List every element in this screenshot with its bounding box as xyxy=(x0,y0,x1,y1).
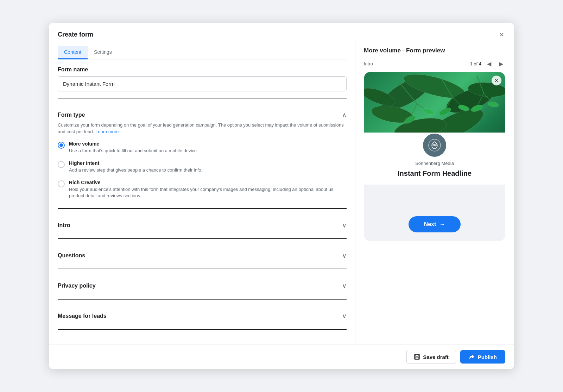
radio-item-higher-intent[interactable]: Higher intent Add a review step that giv… xyxy=(58,160,347,173)
collapsible-sections: Intro ∨ Questions ∨ Privacy policy ∨ xyxy=(58,215,347,336)
collapsible-intro[interactable]: Intro ∨ xyxy=(58,215,347,232)
form-type-radio-group: More volume Use a form that's quick to f… xyxy=(58,141,347,199)
preview-close-button[interactable]: ✕ xyxy=(492,76,501,85)
svg-point-24 xyxy=(434,144,436,146)
radio-more-volume-desc: Use a form that's quick to fill out and … xyxy=(69,148,198,154)
brand-logo xyxy=(422,133,447,158)
modal-body: Content Settings Form name Form type ∧ C… xyxy=(49,40,514,345)
radio-higher-intent-desc: Add a review step that gives people a ch… xyxy=(69,167,202,173)
preview-phone: ✕ Sonnenberg Media Instant Fo xyxy=(364,72,505,241)
radio-rich-creative-desc: Hold your audience's attention with this… xyxy=(69,186,347,199)
radio-item-more-volume[interactable]: More volume Use a form that's quick to f… xyxy=(58,141,347,154)
divider-form-name xyxy=(58,98,347,98)
preview-next-arrow[interactable]: ▶ xyxy=(497,60,505,68)
collapsible-message-for-leads[interactable]: Message for leads ∨ xyxy=(58,306,347,323)
modal-header: Create form × xyxy=(49,23,514,40)
brand-logo-icon xyxy=(428,139,441,152)
intro-label: Intro xyxy=(58,222,70,229)
preview-page-indicator: 1 of 4 xyxy=(470,61,481,66)
divider-message-for-leads xyxy=(58,329,347,330)
form-type-description: Customize your form depending on the goa… xyxy=(58,122,347,135)
preview-prev-arrow[interactable]: ◀ xyxy=(485,60,493,68)
preview-nav-label: Intro xyxy=(364,61,373,66)
radio-rich-creative-content: Rich Creative Hold your audience's atten… xyxy=(69,180,347,199)
radio-higher-intent[interactable] xyxy=(58,161,65,168)
preview-next-button[interactable]: Next → xyxy=(409,216,461,232)
form-name-label: Form name xyxy=(58,66,347,73)
save-draft-button[interactable]: Save draft xyxy=(406,350,456,364)
tabs-container: Content Settings xyxy=(58,46,347,59)
privacy-policy-label: Privacy policy xyxy=(58,283,96,289)
form-headline: Instant Form Headline xyxy=(364,167,505,185)
svg-point-18 xyxy=(422,107,435,116)
preview-nav: Intro 1 of 4 ◀ ▶ xyxy=(364,60,505,68)
close-button[interactable]: × xyxy=(498,30,505,40)
radio-higher-intent-content: Higher intent Add a review step that giv… xyxy=(69,160,202,173)
divider-intro xyxy=(58,238,347,239)
form-type-header: Form type ∧ xyxy=(58,105,347,122)
create-form-modal: Create form × Content Settings Form name… xyxy=(49,23,514,369)
modal-footer: Save draft Publish xyxy=(49,345,514,369)
radio-rich-creative[interactable] xyxy=(58,180,65,187)
questions-label: Questions xyxy=(58,252,85,259)
tab-settings[interactable]: Settings xyxy=(88,46,118,59)
form-type-chevron-up-icon: ∧ xyxy=(342,111,347,119)
message-for-leads-label: Message for leads xyxy=(58,313,107,319)
publish-button[interactable]: Publish xyxy=(460,350,505,364)
privacy-policy-chevron-down-icon: ∨ xyxy=(342,282,347,290)
learn-more-link[interactable]: Learn more xyxy=(95,129,119,134)
questions-chevron-down-icon: ∨ xyxy=(342,252,347,259)
brand-name: Sonnenberg Media xyxy=(364,161,505,166)
publish-icon xyxy=(469,354,475,360)
collapsible-questions[interactable]: Questions ∨ xyxy=(58,245,347,262)
collapsible-privacy-policy[interactable]: Privacy policy ∨ xyxy=(58,276,347,293)
radio-item-rich-creative[interactable]: Rich Creative Hold your audience's atten… xyxy=(58,180,347,199)
preview-bottom-area: Next → xyxy=(364,185,505,241)
divider-privacy xyxy=(58,299,347,300)
tab-content[interactable]: Content xyxy=(58,46,88,59)
radio-higher-intent-label: Higher intent xyxy=(69,160,202,166)
save-draft-icon xyxy=(414,354,420,360)
svg-rect-26 xyxy=(416,354,418,356)
radio-more-volume[interactable] xyxy=(58,142,65,149)
form-type-section: Form type ∧ Customize your form dependin… xyxy=(58,105,347,202)
message-for-leads-chevron-down-icon: ∨ xyxy=(342,312,347,320)
left-panel: Content Settings Form name Form type ∧ C… xyxy=(49,40,355,345)
radio-more-volume-content: More volume Use a form that's quick to f… xyxy=(69,141,198,154)
preview-content-card: Sonnenberg Media Instant Form Headline xyxy=(364,133,505,185)
preview-nav-controls: 1 of 4 ◀ ▶ xyxy=(470,60,505,68)
radio-rich-creative-label: Rich Creative xyxy=(69,180,347,185)
preview-title: More volume - Form preview xyxy=(364,47,505,54)
right-panel: More volume - Form preview Intro 1 of 4 … xyxy=(355,40,514,345)
form-type-title: Form type xyxy=(58,112,85,118)
form-name-input[interactable] xyxy=(58,76,347,91)
svg-point-22 xyxy=(488,101,499,108)
radio-more-volume-label: More volume xyxy=(69,141,198,147)
modal-title: Create form xyxy=(58,31,93,38)
intro-chevron-down-icon: ∨ xyxy=(342,221,347,229)
divider-questions xyxy=(58,269,347,269)
form-name-section: Form name xyxy=(58,66,347,91)
svg-rect-27 xyxy=(415,357,419,359)
divider-form-type xyxy=(58,208,347,209)
